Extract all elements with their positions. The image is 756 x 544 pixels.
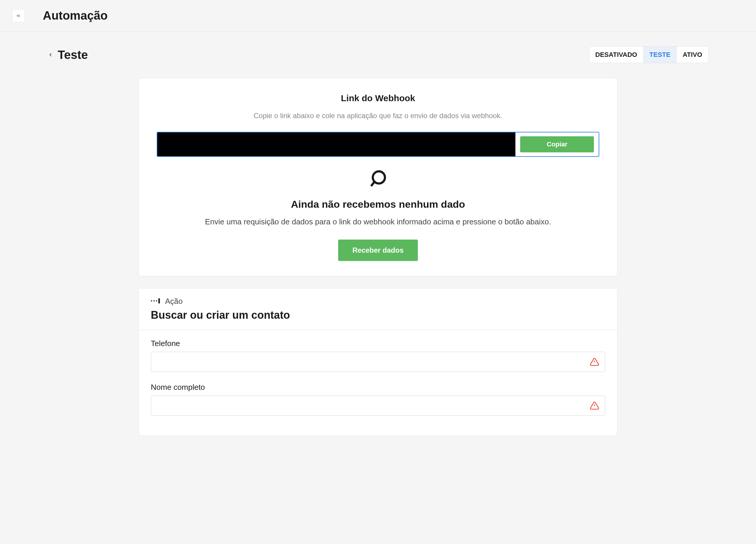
action-header: Ação Buscar ou criar um contato [139, 289, 617, 330]
svg-point-0 [373, 171, 385, 184]
svg-point-3 [153, 300, 155, 301]
empty-state-title: Ainda não recebemos nenhum dado [157, 198, 599, 210]
empty-state-description: Envie uma requisição de dados para o lin… [157, 216, 599, 228]
main-content: Teste DESATIVADO TESTE ATIVO Link do Web… [0, 32, 756, 451]
header-title: Automação [43, 9, 108, 22]
search-icon-container [157, 169, 599, 189]
back-link[interactable]: Teste [48, 48, 88, 62]
page-title: Teste [58, 48, 88, 62]
svg-line-1 [371, 182, 375, 186]
app-header: Automação [0, 0, 756, 32]
chevron-left-icon [48, 51, 54, 59]
svg-point-2 [151, 300, 152, 301]
field-nome: Nome completo [151, 383, 605, 416]
receive-data-button[interactable]: Receber dados [338, 239, 418, 261]
telefone-input[interactable] [151, 352, 605, 372]
webhook-url-row: Copiar [157, 132, 599, 157]
action-flow-icon [151, 297, 161, 306]
telefone-input-wrap [151, 352, 605, 372]
webhook-title: Link do Webhook [157, 93, 599, 103]
collapse-sidebar-button[interactable] [12, 9, 25, 22]
field-telefone: Telefone [151, 339, 605, 372]
chevron-double-left-icon [16, 13, 21, 18]
tab-teste[interactable]: TESTE [644, 47, 677, 63]
search-icon [368, 169, 388, 189]
action-label-row: Ação [151, 297, 605, 306]
webhook-url-field[interactable] [157, 132, 515, 156]
action-body: Telefone Nome completo [139, 330, 617, 435]
action-card: Ação Buscar ou criar um contato Telefone… [139, 288, 617, 436]
copy-button[interactable]: Copiar [520, 136, 594, 152]
nome-label: Nome completo [151, 383, 605, 392]
warning-icon [590, 401, 599, 410]
nome-input[interactable] [151, 396, 605, 416]
page-header: Teste DESATIVADO TESTE ATIVO [18, 46, 738, 63]
tab-desativado[interactable]: DESATIVADO [589, 47, 644, 63]
webhook-subtitle: Copie o link abaixo e cole na aplicação … [157, 112, 599, 120]
nome-input-wrap [151, 396, 605, 416]
action-title: Buscar ou criar um contato [151, 309, 605, 322]
status-tabs: DESATIVADO TESTE ATIVO [589, 46, 708, 63]
action-section-label: Ação [165, 297, 183, 306]
warning-icon [590, 357, 599, 367]
svg-point-4 [156, 300, 157, 301]
webhook-card: Link do Webhook Copie o link abaixo e co… [139, 78, 617, 276]
telefone-label: Telefone [151, 339, 605, 348]
tab-ativo[interactable]: ATIVO [677, 47, 708, 63]
svg-rect-5 [159, 298, 160, 303]
copy-button-wrap: Copiar [515, 132, 599, 156]
